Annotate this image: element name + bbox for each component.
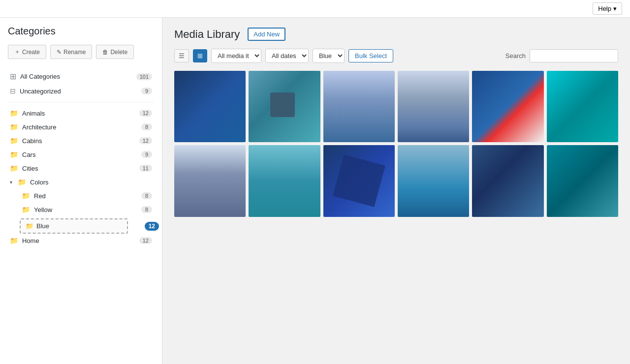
page-title: Media Library xyxy=(174,28,240,41)
media-toolbar: ☰ ⊞ All media it All dates Blue Bulk Sel… xyxy=(174,49,618,63)
media-grid xyxy=(174,71,618,217)
sidebar-item-cities[interactable]: 📁 Cities 11 xyxy=(8,161,154,175)
colors-sub-list: 📁 Red 8 📁 Yellow 8 📁 Blue xyxy=(8,189,154,234)
list-icon: ☰ xyxy=(179,52,185,60)
media-type-filter[interactable]: All media it xyxy=(211,49,261,63)
grid-icon: ⊞ xyxy=(10,72,16,81)
media-thumbnail[interactable] xyxy=(323,145,395,216)
folder-icon: 📁 xyxy=(10,237,18,244)
chevron-down-icon: ▾ xyxy=(613,5,617,12)
sidebar-item-colors: ▾ 📁 Colors 📁 Red 8 📁 Yellow 8 xyxy=(8,175,154,234)
grid-icon: ⊞ xyxy=(197,52,203,60)
divider xyxy=(8,102,154,102)
media-thumbnail[interactable] xyxy=(398,145,469,216)
search-input[interactable] xyxy=(530,49,618,62)
sidebar-actions: ＋ + Create Create ✎ Rename 🗑 Delete xyxy=(8,45,154,59)
folder-icon: 📁 xyxy=(22,206,30,213)
category-list: ⊞ All Categories 101 ⊟ Uncategorized 9 📁… xyxy=(8,69,154,247)
all-categories-label: All Categories xyxy=(20,73,136,80)
drag-item-label: Blue xyxy=(36,222,49,230)
sidebar-item-cabins[interactable]: 📁 Cabins 12 xyxy=(8,134,154,148)
media-thumbnail[interactable] xyxy=(472,145,543,216)
sidebar-item-architecture[interactable]: 📁 Architecture 8 xyxy=(8,120,154,134)
content-header: Media Library Add New xyxy=(174,28,618,41)
folder-icon: 📁 xyxy=(22,192,30,200)
plus-icon: ＋ xyxy=(14,48,20,56)
date-filter[interactable]: All dates xyxy=(265,49,309,63)
drag-count-badge: 12 xyxy=(145,222,159,231)
sidebar-item-uncategorized[interactable]: ⊟ Uncategorized 9 xyxy=(8,84,154,98)
rename-button[interactable]: ✎ Rename xyxy=(50,45,92,59)
delete-button[interactable]: 🗑 Delete xyxy=(96,45,134,59)
media-thumbnail[interactable] xyxy=(547,71,618,142)
folder-icon: 📁 xyxy=(10,151,18,158)
folder-icon: 📁 xyxy=(10,164,18,172)
create-button[interactable]: ＋ + Create Create xyxy=(8,45,46,59)
uncategorized-label: Uncategorized xyxy=(20,88,141,95)
list-view-button[interactable]: ☰ xyxy=(174,49,189,62)
folder-grid-icon: ⊟ xyxy=(10,87,16,95)
media-thumbnail[interactable] xyxy=(472,71,543,142)
media-thumbnail[interactable] xyxy=(174,71,246,142)
sidebar-item-all-categories[interactable]: ⊞ All Categories 101 xyxy=(8,69,154,84)
pencil-icon: ✎ xyxy=(57,49,62,56)
sidebar-item-animals[interactable]: 📁 Animals 12 xyxy=(8,106,154,120)
drag-item-blue[interactable]: 📁 Blue 12 xyxy=(20,218,154,234)
all-categories-count: 101 xyxy=(136,73,152,80)
media-thumbnail[interactable] xyxy=(547,145,618,216)
folder-icon: 📁 xyxy=(10,109,18,117)
media-thumbnail[interactable] xyxy=(323,71,395,142)
collapse-arrow-icon[interactable]: ▾ xyxy=(10,180,18,185)
help-label: Help xyxy=(598,5,611,12)
main-layout: Categories ＋ + Create Create ✎ Rename 🗑 … xyxy=(0,18,630,364)
search-label: Search xyxy=(505,52,526,60)
sidebar-item-cars[interactable]: 📁 Cars 9 xyxy=(8,148,154,161)
help-button[interactable]: Help ▾ xyxy=(593,2,622,15)
trash-icon: 🗑 xyxy=(102,49,108,56)
top-bar: Help ▾ xyxy=(0,0,630,18)
content-area: Media Library Add New ☰ ⊞ All media it A… xyxy=(162,18,630,364)
media-thumbnail[interactable] xyxy=(249,145,320,216)
bulk-select-button[interactable]: Bulk Select xyxy=(348,49,393,62)
media-thumbnail[interactable] xyxy=(174,145,246,216)
uncategorized-count: 9 xyxy=(141,88,152,94)
folder-icon: 📁 xyxy=(26,222,33,230)
media-thumbnail[interactable] xyxy=(398,71,469,142)
folder-icon: 📁 xyxy=(10,123,18,131)
folder-icon: 📁 xyxy=(10,137,18,145)
folder-icon: 📁 xyxy=(18,178,26,186)
add-new-button[interactable]: Add New xyxy=(248,28,285,41)
category-filter[interactable]: Blue xyxy=(313,49,345,63)
sidebar: Categories ＋ + Create Create ✎ Rename 🗑 … xyxy=(0,18,162,364)
sidebar-title: Categories xyxy=(8,26,154,37)
sidebar-item-red[interactable]: 📁 Red 8 xyxy=(20,189,154,203)
grid-view-button[interactable]: ⊞ xyxy=(193,49,207,62)
sidebar-item-yellow[interactable]: 📁 Yellow 8 xyxy=(20,203,154,216)
sidebar-item-home[interactable]: 📁 Home 12 xyxy=(8,234,154,247)
media-thumbnail[interactable] xyxy=(249,71,320,142)
